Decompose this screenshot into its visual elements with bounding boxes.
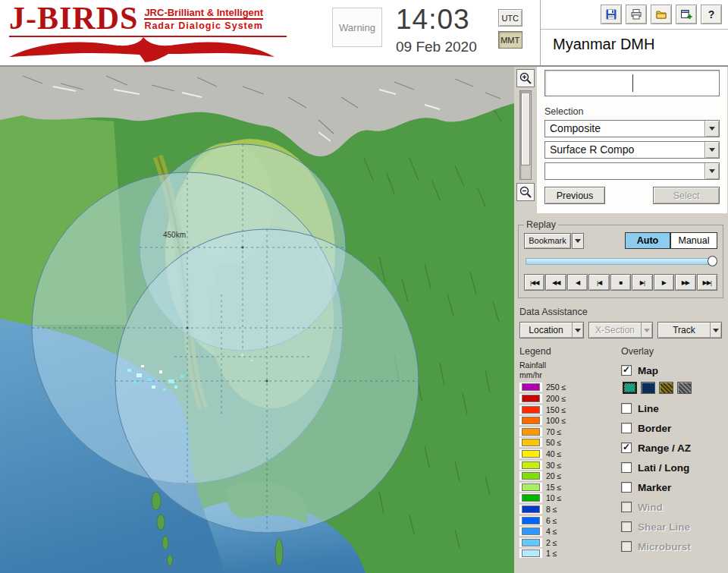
folder-icon: [655, 8, 667, 20]
overlay-panel: Overlay ✓ Map Line: [621, 346, 723, 559]
border-checkbox[interactable]: [621, 423, 632, 433]
playback-play-reverse-button[interactable]: ◀: [567, 274, 588, 291]
chevron-down-icon[interactable]: [704, 121, 719, 137]
app-logo: J-BIRDS JRC-Brilliant & Intelligent Rada…: [0, 0, 287, 65]
playback-step-forward-button[interactable]: ▶|: [632, 274, 652, 291]
previous-button[interactable]: Previous: [544, 187, 605, 204]
selection-panel: Selection Composite Surface R Compo: [537, 67, 727, 213]
text-caret: [632, 74, 633, 92]
legend-swatch: [522, 439, 540, 446]
mmt-button[interactable]: MMT: [498, 31, 522, 49]
legend-panel: Legend Rainfall mm/hr 250 ≤ 200 ≤ 150 ≤ …: [519, 346, 609, 559]
legend-row: 15 ≤: [519, 482, 609, 493]
station-input[interactable]: [544, 70, 720, 96]
playback-jump-start-button[interactable]: |◀◀: [524, 274, 544, 291]
legend-row: 50 ≤: [519, 437, 609, 449]
extra-dropdown[interactable]: [544, 162, 720, 180]
legend-label: Legend: [519, 346, 609, 357]
overlay-item-lati-long[interactable]: Lati / Long: [621, 458, 723, 477]
chevron-down-icon[interactable]: [704, 142, 719, 158]
playback-stop-button[interactable]: ■: [610, 274, 631, 291]
warning-button[interactable]: Warning: [332, 8, 382, 47]
x-section-button[interactable]: X-Section: [588, 322, 653, 338]
open-file-button[interactable]: [651, 5, 672, 24]
zoom-slider-thumb[interactable]: [521, 93, 530, 165]
microburst-checkbox: [621, 541, 632, 552]
bookmark-button[interactable]: Bookmark: [524, 233, 571, 249]
marker-checkbox[interactable]: [621, 482, 632, 493]
map-style-dark-gray-swatch[interactable]: [677, 382, 692, 394]
toolbar: ?: [541, 0, 728, 30]
timezone-toggle: UTC MMT: [498, 9, 522, 65]
radar-map[interactable]: 450km: [0, 67, 514, 573]
print-button[interactable]: [626, 5, 647, 24]
playback-play-button[interactable]: ▶: [654, 274, 674, 291]
bookmark-dropdown-arrow[interactable]: [572, 233, 584, 249]
legend-swatch: [522, 483, 540, 491]
map-checkbox[interactable]: ✓: [621, 365, 632, 376]
legend-swatch: [522, 395, 540, 402]
chevron-down-icon[interactable]: [572, 323, 583, 338]
floppy-disk-icon: [605, 8, 617, 20]
manual-mode-button[interactable]: Manual: [670, 232, 717, 249]
map-style-olive-swatch[interactable]: [659, 382, 673, 394]
legend-swatch: [522, 539, 540, 546]
legend-swatch: [522, 472, 540, 480]
sidebar: Selection Composite Surface R Compo: [514, 67, 727, 573]
map-style-terrain-green-swatch[interactable]: [623, 382, 637, 394]
select-button[interactable]: Select: [653, 187, 720, 204]
legend-swatch: [522, 450, 540, 458]
legend-row: 8 ≤: [519, 504, 609, 515]
legend-row: 40 ≤: [519, 449, 609, 460]
chevron-down-icon[interactable]: [710, 323, 721, 338]
slider-track[interactable]: [526, 258, 716, 265]
utc-button[interactable]: UTC: [498, 9, 522, 27]
track-button[interactable]: Track: [657, 322, 722, 338]
station-name: Myanmar DMH: [541, 30, 728, 53]
playback-step-back-button[interactable]: |◀: [588, 274, 609, 291]
range-az-checkbox[interactable]: ✓: [621, 442, 632, 453]
overlay-item-range-az[interactable]: ✓ Range / AZ: [621, 438, 723, 458]
overlay-item-border[interactable]: Border: [621, 418, 723, 438]
map-art: 450km: [0, 67, 514, 573]
line-checkbox[interactable]: [621, 403, 632, 414]
overlay-item-map[interactable]: ✓ Map: [621, 360, 723, 380]
question-mark-icon: ?: [708, 8, 715, 20]
zoom-in-button[interactable]: [516, 69, 535, 87]
zoom-controls: [514, 67, 537, 213]
location-button[interactable]: Location: [519, 322, 584, 338]
overlay-item-marker[interactable]: Marker: [621, 477, 723, 497]
map-style-dark-blue-swatch[interactable]: [641, 382, 655, 394]
logo-title: J-BIRDS: [9, 4, 138, 34]
overlay-item-microburst: Microburst: [621, 537, 723, 556]
shear-line-checkbox: [621, 521, 632, 532]
playback-jump-end-button[interactable]: ▶▶|: [697, 274, 717, 291]
legend-swatch: [522, 383, 540, 391]
help-button[interactable]: ?: [701, 5, 722, 24]
zoom-out-button[interactable]: [516, 183, 535, 201]
legend-swatch: [522, 406, 540, 414]
replay-panel: Replay Bookmark Auto Manual |◀◀ ◀◀ ◀ |◀ …: [518, 219, 723, 298]
overlay-item-line[interactable]: Line: [621, 398, 723, 418]
legend-row: 150 ≤: [519, 404, 609, 415]
playback-fast-rewind-button[interactable]: ◀◀: [545, 274, 566, 291]
legend-swatch: [522, 517, 540, 524]
zoom-slider[interactable]: [519, 90, 532, 180]
legend-swatch: [522, 428, 540, 436]
auto-mode-button[interactable]: Auto: [625, 232, 670, 249]
composite-dropdown[interactable]: Composite: [544, 120, 720, 137]
chevron-down-icon[interactable]: [704, 163, 719, 179]
clock: 14:03 09 Feb 2020: [396, 5, 477, 65]
chevron-down-icon[interactable]: [641, 323, 652, 338]
legend-row: 1 ≤: [519, 548, 609, 559]
save-button[interactable]: [601, 5, 622, 24]
replay-timeline-slider[interactable]: [526, 256, 716, 267]
export-button[interactable]: [676, 5, 697, 24]
clock-date: 09 Feb 2020: [396, 39, 477, 55]
playback-fast-forward-button[interactable]: ▶▶: [675, 274, 695, 291]
data-assistance-panel: Data Assistance Location X-Section Track: [519, 307, 722, 338]
clock-time: 14:03: [396, 5, 477, 36]
product-dropdown[interactable]: Surface R Compo: [544, 141, 720, 159]
slider-thumb[interactable]: [708, 256, 717, 266]
lati-long-checkbox[interactable]: [621, 462, 632, 473]
